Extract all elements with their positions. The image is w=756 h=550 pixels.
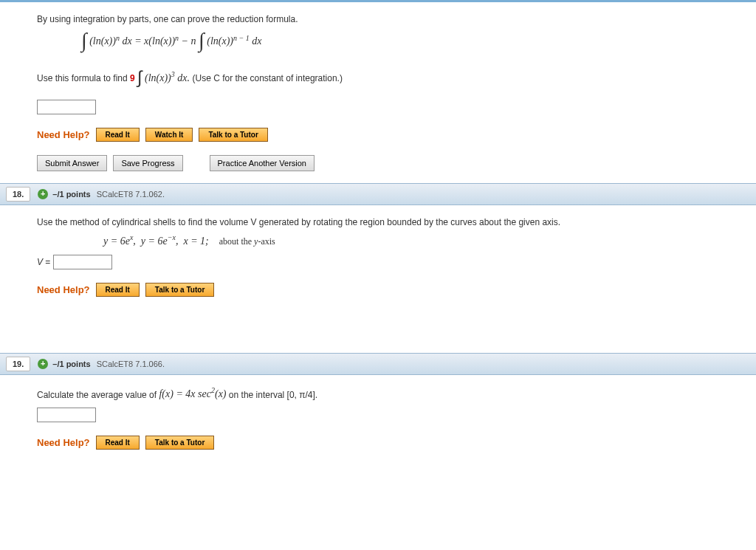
q17-intro: By using integration by parts, one can p… xyxy=(37,14,746,24)
read-it-button[interactable]: Read It xyxy=(96,436,140,450)
need-help-label: Need Help? xyxy=(37,129,90,140)
question-19-body: Calculate the average value of f(x) = 4x… xyxy=(0,375,756,462)
question-18-body: Use the method of cylindrical shells to … xyxy=(0,205,756,309)
points-label: –/1 points xyxy=(52,360,90,368)
q18-prompt: Use the method of cylindrical shells to … xyxy=(37,217,746,227)
save-progress-button[interactable]: Save Progress xyxy=(113,155,182,171)
need-help-row: Need Help? Read It Talk to a Tutor xyxy=(37,283,746,297)
q17-formula: ∫ (ln(x))n dx = x(ln(x))n − n ∫ (ln(x))n… xyxy=(37,30,746,54)
action-row: Submit Answer Save Progress Practice Ano… xyxy=(37,155,746,171)
points-label: –/1 points xyxy=(52,190,90,199)
need-help-row: Need Help? Read It Talk to a Tutor xyxy=(37,436,746,450)
talk-tutor-button[interactable]: Talk to a Tutor xyxy=(145,436,214,450)
expand-icon[interactable]: + xyxy=(38,189,48,199)
need-help-row: Need Help? Read It Watch It Talk to a Tu… xyxy=(37,128,746,142)
question-19-header: 19. + –/1 points SCalcET8 7.1.066. xyxy=(0,353,756,375)
q19-answer-input[interactable] xyxy=(37,408,96,422)
submit-answer-button[interactable]: Submit Answer xyxy=(37,155,107,171)
q18-curves: y = 6ex, y = 6e−x, x = 1; about the y-ax… xyxy=(37,233,746,247)
read-it-button[interactable]: Read It xyxy=(96,283,140,297)
q18-answer-input[interactable] xyxy=(53,255,112,269)
talk-tutor-button[interactable]: Talk to a Tutor xyxy=(199,128,267,142)
talk-tutor-button[interactable]: Talk to a Tutor xyxy=(145,283,214,297)
need-help-label: Need Help? xyxy=(37,437,90,448)
question-17-body: By using integration by parts, one can p… xyxy=(0,2,756,183)
question-number: 19. xyxy=(6,357,30,371)
need-help-label: Need Help? xyxy=(37,284,90,295)
expand-icon[interactable]: + xyxy=(38,359,48,369)
practice-another-button[interactable]: Practice Another Version xyxy=(210,155,315,171)
question-18-header: 18. + –/1 points SCalcET8 7.1.062. xyxy=(0,183,756,205)
reference-label: SCalcET8 7.1.066. xyxy=(97,360,165,368)
v-equals-label: V = xyxy=(37,257,53,267)
watch-it-button[interactable]: Watch It xyxy=(145,128,193,142)
read-it-button[interactable]: Read It xyxy=(96,128,140,142)
reference-label: SCalcET8 7.1.062. xyxy=(97,190,165,199)
question-number: 18. xyxy=(6,187,30,202)
q17-instruction: Use this formula to find 9 ∫ (ln(x))3 dx… xyxy=(37,69,746,89)
q17-answer-input[interactable] xyxy=(37,100,96,114)
q19-prompt: Calculate the average value of f(x) = 4x… xyxy=(37,387,746,401)
